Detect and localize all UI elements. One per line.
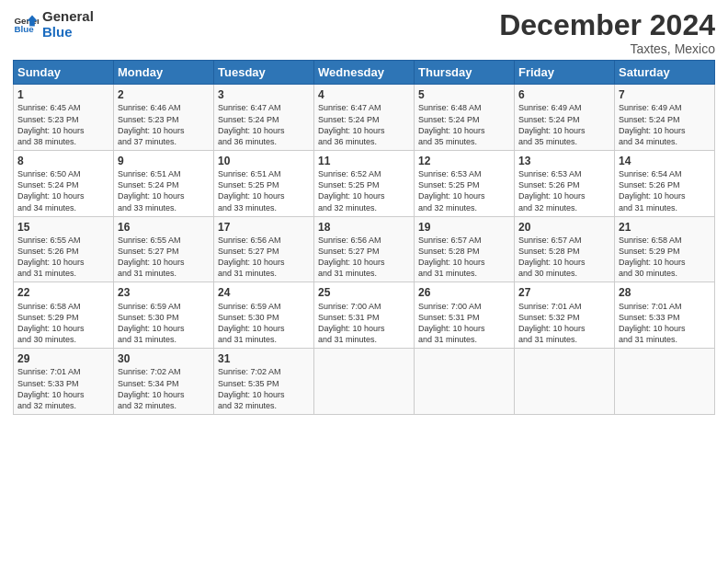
calendar-cell: 28Sunrise: 7:01 AM Sunset: 5:33 PM Dayli…	[615, 282, 715, 349]
calendar-cell: 6Sunrise: 6:49 AM Sunset: 5:24 PM Daylig…	[515, 85, 615, 151]
header-day-thursday: Thursday	[415, 61, 515, 85]
day-info: Sunrise: 6:53 AM Sunset: 5:25 PM Dayligh…	[418, 168, 510, 213]
day-number: 11	[318, 154, 410, 168]
day-info: Sunrise: 7:00 AM Sunset: 5:31 PM Dayligh…	[418, 301, 510, 346]
day-info: Sunrise: 6:56 AM Sunset: 5:27 PM Dayligh…	[318, 235, 410, 280]
day-number: 7	[619, 87, 711, 102]
day-number: 16	[118, 220, 210, 235]
day-info: Sunrise: 6:46 AM Sunset: 5:23 PM Dayligh…	[118, 102, 210, 147]
calendar-week-2: 8Sunrise: 6:50 AM Sunset: 5:24 PM Daylig…	[14, 150, 715, 216]
calendar-cell: 2Sunrise: 6:46 AM Sunset: 5:23 PM Daylig…	[114, 85, 214, 151]
day-number: 25	[318, 285, 410, 300]
day-info: Sunrise: 6:58 AM Sunset: 5:29 PM Dayligh…	[619, 235, 711, 280]
calendar-cell: 15Sunrise: 6:55 AM Sunset: 5:26 PM Dayli…	[14, 216, 114, 282]
day-info: Sunrise: 6:59 AM Sunset: 5:30 PM Dayligh…	[118, 301, 210, 346]
day-number: 28	[619, 285, 711, 300]
day-number: 18	[318, 220, 410, 235]
header-day-wednesday: Wednesday	[314, 61, 415, 85]
day-info: Sunrise: 6:56 AM Sunset: 5:27 PM Dayligh…	[218, 235, 310, 280]
day-number: 19	[418, 220, 510, 235]
calendar-cell: 11Sunrise: 6:52 AM Sunset: 5:25 PM Dayli…	[314, 150, 415, 216]
day-info: Sunrise: 6:51 AM Sunset: 5:24 PM Dayligh…	[118, 168, 210, 213]
day-number: 6	[518, 87, 610, 102]
calendar-table: SundayMondayTuesdayWednesdayThursdayFrid…	[13, 60, 715, 415]
day-number: 15	[17, 220, 109, 235]
calendar-cell: 29Sunrise: 7:01 AM Sunset: 5:33 PM Dayli…	[14, 349, 114, 415]
day-number: 27	[518, 285, 610, 300]
day-info: Sunrise: 6:52 AM Sunset: 5:25 PM Dayligh…	[318, 168, 410, 213]
day-info: Sunrise: 6:49 AM Sunset: 5:24 PM Dayligh…	[619, 102, 711, 147]
main-container: General Blue General Blue December 2024 …	[0, 0, 728, 424]
day-number: 21	[619, 220, 711, 235]
calendar-cell: 23Sunrise: 6:59 AM Sunset: 5:30 PM Dayli…	[114, 282, 214, 349]
calendar-cell: 3Sunrise: 6:47 AM Sunset: 5:24 PM Daylig…	[214, 85, 314, 151]
calendar-cell: 1Sunrise: 6:45 AM Sunset: 5:23 PM Daylig…	[14, 85, 114, 151]
logo: General Blue General Blue	[13, 9, 94, 40]
header-day-sunday: Sunday	[14, 61, 114, 85]
calendar-cell: 24Sunrise: 6:59 AM Sunset: 5:30 PM Dayli…	[214, 282, 314, 349]
calendar-cell: 21Sunrise: 6:58 AM Sunset: 5:29 PM Dayli…	[615, 216, 715, 282]
calendar-cell: 19Sunrise: 6:57 AM Sunset: 5:28 PM Dayli…	[415, 216, 515, 282]
day-number: 20	[518, 220, 610, 235]
calendar-cell: 4Sunrise: 6:47 AM Sunset: 5:24 PM Daylig…	[314, 85, 415, 151]
day-info: Sunrise: 6:55 AM Sunset: 5:27 PM Dayligh…	[118, 235, 210, 280]
day-info: Sunrise: 6:58 AM Sunset: 5:29 PM Dayligh…	[17, 301, 109, 346]
day-info: Sunrise: 6:48 AM Sunset: 5:24 PM Dayligh…	[418, 102, 510, 147]
day-info: Sunrise: 6:45 AM Sunset: 5:23 PM Dayligh…	[17, 102, 109, 147]
header-day-saturday: Saturday	[615, 61, 715, 85]
calendar-cell	[615, 349, 715, 415]
day-number: 5	[418, 87, 510, 102]
logo-text-line1: General	[42, 9, 94, 25]
day-number: 8	[17, 154, 109, 168]
day-number: 2	[118, 87, 210, 102]
calendar-cell: 26Sunrise: 7:00 AM Sunset: 5:31 PM Dayli…	[415, 282, 515, 349]
header-row-days: SundayMondayTuesdayWednesdayThursdayFrid…	[14, 61, 715, 85]
day-number: 24	[218, 285, 310, 300]
calendar-cell: 20Sunrise: 6:57 AM Sunset: 5:28 PM Dayli…	[515, 216, 615, 282]
day-number: 30	[118, 351, 210, 366]
calendar-cell: 22Sunrise: 6:58 AM Sunset: 5:29 PM Dayli…	[14, 282, 114, 349]
day-info: Sunrise: 7:02 AM Sunset: 5:34 PM Dayligh…	[118, 366, 210, 411]
calendar-cell: 16Sunrise: 6:55 AM Sunset: 5:27 PM Dayli…	[114, 216, 214, 282]
calendar-cell: 17Sunrise: 6:56 AM Sunset: 5:27 PM Dayli…	[214, 216, 314, 282]
calendar-body: 1Sunrise: 6:45 AM Sunset: 5:23 PM Daylig…	[14, 85, 715, 415]
day-info: Sunrise: 6:49 AM Sunset: 5:24 PM Dayligh…	[518, 102, 610, 147]
location: Taxtes, Mexico	[499, 41, 715, 56]
day-number: 22	[17, 285, 109, 300]
day-number: 12	[418, 154, 510, 168]
calendar-week-5: 29Sunrise: 7:01 AM Sunset: 5:33 PM Dayli…	[14, 349, 715, 415]
day-info: Sunrise: 6:47 AM Sunset: 5:24 PM Dayligh…	[318, 102, 410, 147]
calendar-cell: 25Sunrise: 7:00 AM Sunset: 5:31 PM Dayli…	[314, 282, 415, 349]
calendar-cell: 12Sunrise: 6:53 AM Sunset: 5:25 PM Dayli…	[415, 150, 515, 216]
day-number: 13	[518, 154, 610, 168]
day-number: 31	[218, 351, 310, 366]
calendar-cell: 8Sunrise: 6:50 AM Sunset: 5:24 PM Daylig…	[14, 150, 114, 216]
calendar-cell: 7Sunrise: 6:49 AM Sunset: 5:24 PM Daylig…	[615, 85, 715, 151]
calendar-cell: 18Sunrise: 6:56 AM Sunset: 5:27 PM Dayli…	[314, 216, 415, 282]
day-info: Sunrise: 6:51 AM Sunset: 5:25 PM Dayligh…	[218, 168, 310, 213]
day-info: Sunrise: 7:00 AM Sunset: 5:31 PM Dayligh…	[318, 301, 410, 346]
calendar-cell: 9Sunrise: 6:51 AM Sunset: 5:24 PM Daylig…	[114, 150, 214, 216]
day-number: 29	[17, 351, 109, 366]
day-info: Sunrise: 6:53 AM Sunset: 5:26 PM Dayligh…	[518, 168, 610, 213]
day-info: Sunrise: 7:01 AM Sunset: 5:32 PM Dayligh…	[518, 301, 610, 346]
day-number: 26	[418, 285, 510, 300]
calendar-cell: 13Sunrise: 6:53 AM Sunset: 5:26 PM Dayli…	[515, 150, 615, 216]
calendar-cell	[515, 349, 615, 415]
day-info: Sunrise: 6:50 AM Sunset: 5:24 PM Dayligh…	[17, 168, 109, 213]
day-number: 17	[218, 220, 310, 235]
calendar-header: SundayMondayTuesdayWednesdayThursdayFrid…	[14, 61, 715, 85]
day-info: Sunrise: 6:57 AM Sunset: 5:28 PM Dayligh…	[518, 235, 610, 280]
day-info: Sunrise: 6:57 AM Sunset: 5:28 PM Dayligh…	[418, 235, 510, 280]
calendar-week-4: 22Sunrise: 6:58 AM Sunset: 5:29 PM Dayli…	[14, 282, 715, 349]
day-number: 10	[218, 154, 310, 168]
day-number: 9	[118, 154, 210, 168]
logo-icon: General Blue	[13, 12, 39, 38]
calendar-cell: 27Sunrise: 7:01 AM Sunset: 5:32 PM Dayli…	[515, 282, 615, 349]
month-title: December 2024	[499, 9, 715, 41]
calendar-cell: 10Sunrise: 6:51 AM Sunset: 5:25 PM Dayli…	[214, 150, 314, 216]
calendar-cell: 31Sunrise: 7:02 AM Sunset: 5:35 PM Dayli…	[214, 349, 314, 415]
day-info: Sunrise: 6:59 AM Sunset: 5:30 PM Dayligh…	[218, 301, 310, 346]
day-info: Sunrise: 6:47 AM Sunset: 5:24 PM Dayligh…	[218, 102, 310, 147]
day-info: Sunrise: 6:54 AM Sunset: 5:26 PM Dayligh…	[619, 168, 711, 213]
